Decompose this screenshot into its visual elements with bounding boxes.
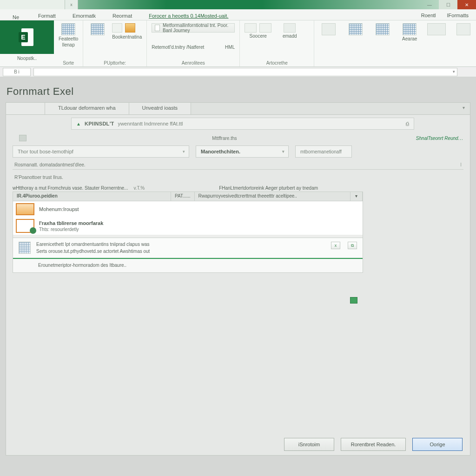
split-right-label: FHanLtmertdortoreink Aeger pturbert ay t… bbox=[219, 185, 318, 191]
ribbon-btn-img[interactable]: Soocere bbox=[245, 23, 271, 39]
panel-tabs: TLdouar deformaren wha Unveatrd ioasts ▾ bbox=[6, 103, 470, 115]
selection-header-extra[interactable]: Rwapurroyvesivedtcrerttmat theeetttr ace… bbox=[195, 192, 350, 201]
panel-tab-1[interactable]: Unveatrd ioasts bbox=[129, 103, 191, 114]
filter-3-label: mtbornemanetionaff bbox=[300, 149, 342, 154]
ribbon-tab-0[interactable]: Formatt bbox=[30, 11, 64, 20]
ribbon-btn-label: Bookentnatina bbox=[112, 34, 142, 40]
grid-icon bbox=[91, 23, 105, 35]
sheet-grid-icon bbox=[19, 242, 31, 254]
ribbon-tab-2[interactable]: Reormat bbox=[104, 11, 140, 20]
file-tab[interactable]: E bbox=[0, 20, 54, 54]
ribbon-btn-grid1[interactable]: Feateetto Ilenap bbox=[59, 23, 78, 47]
info-line-2: Serts orouse.tut.pthydhovetd.se actortet… bbox=[36, 249, 150, 254]
address-bar[interactable]: ▲ KPIINSDL'T ywenntantt Indmrenne ffAt.t… bbox=[71, 118, 414, 130]
selection-header-chev[interactable]: ▾ bbox=[350, 192, 363, 201]
list-item[interactable]: l'raxha tblirerse moorfarak Thts: resour… bbox=[13, 217, 363, 235]
filter-3[interactable]: mtbornemanetionaff bbox=[295, 145, 352, 158]
split-labels: wHtthoray a mut Fromchruis vase. Stauter… bbox=[13, 185, 463, 191]
selection-header-1[interactable]: IR.4Piuroo.peidien bbox=[13, 192, 171, 201]
meta-line-1-label: Rosmanatt. domatadantmest'dIee. bbox=[14, 162, 86, 167]
ribbon-btn-label: Soocere bbox=[250, 33, 267, 39]
meta-line-2-label: R'Poanottoer trust Ilrus. bbox=[14, 175, 63, 180]
gear-icon bbox=[456, 23, 470, 35]
ribbon-right-1[interactable]: IFormatts bbox=[442, 11, 474, 20]
meta-line-1[interactable]: Rosmanatt. domatadantmest'dIee. I bbox=[13, 160, 463, 170]
meta-line-2: R'Poanottoer trust Ilrus. bbox=[13, 172, 463, 182]
ribbon-strip[interactable]: Metformallinforntiotnal tnt. Poor. Banl … bbox=[152, 23, 235, 33]
refresh-icon[interactable]: ⎙ bbox=[406, 121, 409, 126]
ribbon-tab-1[interactable]: Emormatk bbox=[64, 11, 104, 20]
ribbon-strip-label: Metformallinforntiotnal tnt. Poor. Banl … bbox=[163, 23, 231, 33]
selection-box: IR.4Piuroo.peidien PAT...... Rwapurroyve… bbox=[13, 192, 363, 273]
list-item[interactable]: Mohenum:Iroupst bbox=[13, 201, 363, 217]
ribbon-btn-wrap[interactable] bbox=[427, 23, 446, 35]
toolbar-icon[interactable] bbox=[19, 135, 26, 141]
info-row: Earenicethett Ipt omardnentuantins tniip… bbox=[13, 238, 363, 258]
name-box[interactable]: B i bbox=[3, 68, 31, 76]
grid-icon bbox=[61, 23, 75, 35]
footer-button-2[interactable]: Rorentbret Readen. bbox=[341, 438, 406, 451]
ribbon-mini-icon[interactable] bbox=[112, 23, 122, 33]
dialog-footer: iSnrotoim Rorentbret Readen. Oorige bbox=[6, 434, 470, 455]
main-stage: Fornmart Exel TLdouar deformaren wha Unv… bbox=[0, 77, 476, 476]
ribbon-row-label: Retemotl'd.tnitry /Natferet bbox=[152, 45, 204, 50]
ribbon-tab-strip: Ne Formatt Emormatk Reormat Forocer a he… bbox=[0, 9, 476, 20]
filter-1-label: Thor tout bose-temothipf bbox=[18, 149, 73, 154]
ribbon-btn-timeline[interactable] bbox=[373, 23, 392, 35]
filter-1[interactable]: Thor tout bose-temothipf▾ bbox=[13, 145, 189, 158]
dialog-panel: TLdouar deformaren wha Unveatrd ioasts ▾… bbox=[6, 102, 470, 456]
window-maximize-button[interactable]: ☐ bbox=[439, 0, 457, 9]
ribbon-group-label-1: Sorte bbox=[59, 60, 78, 66]
formula-bar: B i ▾ bbox=[0, 67, 476, 77]
ribbon: E Noopstk.. Feateetto Ilenap Sorte bbox=[0, 20, 476, 67]
title-tab[interactable] bbox=[0, 0, 65, 9]
window-close-button[interactable]: ✕ bbox=[457, 0, 476, 9]
chevron-down-icon: I bbox=[460, 162, 462, 167]
footer-button-1[interactable]: iSnrotoim bbox=[284, 438, 334, 451]
template-thumb-icon bbox=[16, 219, 34, 233]
ribbon-btn-sublabel: Ilenap bbox=[62, 42, 75, 47]
info-box: Earenicethett Ipt omardnentuantins tniip… bbox=[13, 238, 363, 272]
ribbon-mini-color-icon[interactable] bbox=[125, 23, 135, 33]
plus-icon bbox=[284, 23, 296, 33]
title-bar: x — ☐ ✕ bbox=[0, 0, 476, 9]
toolbar-link-label: ShnalTseonrt Reund bbox=[416, 136, 458, 141]
excel-chip-icon[interactable]: x bbox=[331, 242, 340, 249]
ribbon-file-stub[interactable]: Ne bbox=[2, 14, 30, 20]
panel-collapse-icon[interactable]: ▾ bbox=[457, 103, 470, 114]
list-item-label: Mohenum:Iroupst bbox=[39, 206, 79, 212]
ribbon-tab-active[interactable]: Forocer a heoetts 0.14Mosted-uait. bbox=[140, 11, 237, 20]
ribbon-btn-add[interactable]: emadd bbox=[280, 23, 299, 39]
info-line-1: Earenicethett Ipt omardnentuantins tniip… bbox=[36, 242, 150, 247]
window-minimize-button[interactable]: — bbox=[420, 0, 439, 9]
svg-text:E: E bbox=[21, 33, 25, 41]
chevron-down-icon[interactable]: ▾ bbox=[453, 69, 455, 74]
ribbon-btn-y[interactable] bbox=[319, 23, 338, 35]
toolbar-mid-text: Mttffrare.ths bbox=[212, 136, 237, 141]
ribbon-btn-grid2[interactable] bbox=[88, 23, 107, 35]
title-doc-icon[interactable]: x bbox=[65, 0, 78, 9]
copy-chip-icon[interactable]: ⧉ bbox=[348, 242, 357, 249]
filter-row: Thor tout bose-temothipf▾ Manorethchiten… bbox=[13, 145, 463, 158]
ribbon-btn-pivot[interactable] bbox=[346, 23, 365, 35]
green-chip-icon[interactable] bbox=[350, 297, 357, 304]
ribbon-group-5: Aearae bbox=[314, 20, 476, 66]
formula-input[interactable]: ▾ bbox=[33, 68, 457, 76]
toolbar-link[interactable]: ShnalTseonrt Reund... bbox=[416, 136, 463, 141]
ribbon-right-0[interactable]: Roentl bbox=[416, 11, 442, 20]
ribbon-btn-label: emadd bbox=[283, 33, 297, 39]
ribbon-btn-last[interactable] bbox=[454, 23, 473, 35]
ribbon-btn-aearae[interactable]: Aearae bbox=[400, 23, 419, 41]
triangle-icon: ▲ bbox=[76, 121, 81, 126]
split-left-label: wHtthoray a mut Fromchruis vase. Stauter… bbox=[13, 185, 128, 191]
square-icon bbox=[155, 25, 160, 31]
pivot-icon bbox=[349, 23, 363, 35]
footer-button-primary[interactable]: Oorige bbox=[412, 438, 463, 451]
filter-icon bbox=[322, 23, 336, 35]
ribbon-group-label-2: PUpttorhe: bbox=[88, 60, 142, 66]
selection-header: IR.4Piuroo.peidien PAT...... Rwapurroyve… bbox=[13, 192, 363, 201]
selection-header-2[interactable]: PAT...... bbox=[171, 192, 195, 201]
panel-tab-0[interactable]: TLdouar deformaren wha bbox=[45, 103, 129, 114]
filter-2[interactable]: Manorethchiten.▾ bbox=[196, 145, 289, 158]
panel-tab-blank[interactable] bbox=[6, 103, 45, 114]
